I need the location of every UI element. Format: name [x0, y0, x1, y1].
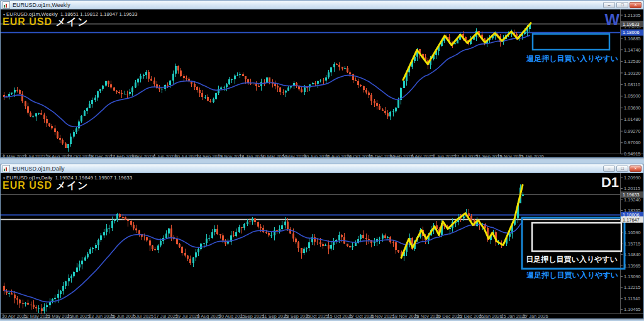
svg-text:3 Jun 2025: 3 Jun 2025	[67, 313, 91, 318]
svg-text:1.20115: 1.20115	[624, 186, 640, 191]
svg-text:1.01480: 1.01480	[624, 116, 641, 122]
svg-text:5 Jan 2026: 5 Jan 2026	[479, 313, 502, 318]
maximize-button[interactable]: □	[616, 2, 628, 8]
symbol-suffix-label: メイン	[55, 180, 88, 191]
svg-text:1.16885: 1.16885	[624, 36, 641, 42]
svg-text:0.94915: 0.94915	[624, 151, 641, 157]
svg-text:1.16590: 1.16590	[624, 230, 641, 235]
svg-text:3 Jul 2022: 3 Jul 2022	[24, 154, 45, 157]
svg-text:9 Feb 2025: 9 Feb 2025	[390, 154, 413, 157]
svg-text:1.19633: 1.19633	[623, 21, 640, 27]
close-button[interactable]: ×	[630, 166, 641, 172]
svg-text:11 Jan 2026: 11 Jan 2026	[519, 154, 544, 157]
annotation-boxes	[533, 34, 609, 50]
svg-text:29 Jul 2025: 29 Jul 2025	[175, 313, 199, 318]
chart-area-daily[interactable]: 30 Apr 202512 May 202522 May 20253 Jun 2…	[1, 173, 643, 318]
svg-text:1.11340: 1.11340	[624, 296, 640, 301]
svg-text:1.10465: 1.10465	[624, 307, 641, 312]
svg-text:9 Apr 2023: 9 Apr 2023	[131, 154, 154, 157]
close-button[interactable]: ×	[630, 2, 641, 8]
candles-layer	[3, 184, 525, 314]
svg-text:1.15715: 1.15715	[624, 241, 641, 247]
chart-window-icon	[3, 1, 10, 9]
svg-text:1.20990: 1.20990	[624, 175, 641, 181]
svg-text:1.10320: 1.10320	[624, 70, 641, 76]
svg-text:0.99270: 0.99270	[624, 128, 641, 134]
daily-chart-canvas[interactable]: 30 Apr 202512 May 202522 May 20253 Jun 2…	[1, 173, 643, 318]
horizontal-lines	[1, 194, 620, 220]
zigzag-line	[403, 23, 531, 80]
svg-text:17 Jul 2025: 17 Jul 2025	[154, 313, 178, 318]
svg-text:27 Jul 2025: 27 Jul 2025	[454, 154, 478, 157]
svg-text:30 Jul 2023: 30 Jul 2023	[175, 154, 199, 157]
window-titlebar[interactable]: EURUSD.oj1m,Weekly – □ ×	[1, 1, 643, 9]
chart-window-icon	[3, 165, 10, 172]
chart-window-daily: EURUSD.oj1m,Daily – □ × 30 Apr 202512 Ma…	[0, 164, 644, 319]
zigzag-line	[401, 185, 523, 258]
svg-text:4 Jun 2023: 4 Jun 2023	[153, 154, 176, 157]
svg-text:6 Apr 2025: 6 Apr 2025	[411, 154, 434, 157]
svg-text:7 Jul 2025: 7 Jul 2025	[132, 313, 153, 318]
svg-text:1.05900: 1.05900	[624, 93, 641, 99]
svg-text:1.03690: 1.03690	[624, 105, 641, 111]
window-title: EURUSD.oj1m,Daily	[13, 166, 603, 172]
weekly-chart-canvas[interactable]: 8 May 20223 Jul 202228 Aug 202223 Oct 20…	[1, 9, 643, 157]
svg-text:1.12530: 1.12530	[624, 59, 641, 64]
minimize-button[interactable]: –	[603, 2, 615, 8]
svg-text:1.12215: 1.12215	[624, 284, 641, 290]
time-axis[interactable]: 8 May 20223 Jul 202228 Aug 202223 Oct 20…	[3, 154, 544, 157]
timeframe-label-weekly: W	[604, 11, 619, 29]
svg-text:8 May 2022: 8 May 2022	[3, 154, 27, 157]
symbol-label: EUR USD	[3, 180, 52, 191]
symbol-watermark: EUR USD メイン	[3, 179, 89, 193]
symbol-watermark: EUR USD メイン	[3, 16, 89, 29]
window-title: EURUSD.oj1m,Weekly	[13, 2, 603, 8]
svg-text:1.19633: 1.19633	[623, 192, 640, 198]
svg-text:8 Aug 2025: 8 Aug 2025	[197, 313, 221, 318]
annotation-weekly-buy-note: 週足押し目買い入りやすい	[526, 54, 618, 64]
svg-text:5 May 2024: 5 May 2024	[282, 154, 307, 157]
svg-text:0.97060: 0.97060	[624, 140, 641, 145]
mt4-workspace: { "workspace": {"background": "#b9d0e6"}…	[0, 0, 644, 321]
svg-text:1.18006: 1.18006	[623, 30, 640, 35]
timeframe-label-daily: D1	[601, 174, 619, 191]
time-axis[interactable]: 30 Apr 202512 May 202522 May 20253 Jun 2…	[2, 313, 548, 318]
annotation-weekly-buy-note: 週足押し目買い入りやすい	[526, 270, 618, 281]
svg-text:1.14740: 1.14740	[624, 47, 641, 53]
svg-text:1 Sep 2025: 1 Sep 2025	[241, 313, 265, 318]
svg-text:6 Nov 2025: 6 Nov 2025	[371, 313, 395, 318]
symbol-label: EUR USD	[3, 16, 52, 27]
svg-text:1.13090: 1.13090	[624, 274, 641, 279]
maximize-button[interactable]: □	[616, 166, 628, 172]
window-controls: – □ ×	[603, 2, 641, 8]
chart-area-weekly[interactable]: 8 May 20223 Jul 202228 Aug 202223 Oct 20…	[1, 9, 643, 157]
svg-text:1.13965: 1.13965	[624, 263, 641, 269]
minimize-button[interactable]: –	[603, 166, 615, 172]
price-label-badges: 1.196331.180061.17647	[621, 191, 643, 223]
svg-text:1.21305: 1.21305	[624, 13, 641, 18]
symbol-suffix-label: メイン	[55, 16, 88, 27]
window-controls: – □ ×	[603, 166, 641, 172]
svg-text:1.14840: 1.14840	[624, 252, 641, 257]
svg-text:3 Oct 2025: 3 Oct 2025	[306, 313, 328, 318]
svg-text:1 Jun 2025: 1 Jun 2025	[433, 154, 456, 157]
window-titlebar[interactable]: EURUSD.oj1m,Daily – □ ×	[1, 164, 643, 173]
svg-text:27 Jan 2026: 27 Jan 2026	[523, 313, 548, 318]
candles-layer	[3, 23, 531, 152]
svg-text:1.17647: 1.17647	[623, 217, 640, 223]
annotation-daily-buy-note: 日足押し目買い入りやすい	[526, 254, 618, 265]
svg-text:1.08110: 1.08110	[624, 82, 640, 87]
chart-window-weekly: EURUSD.oj1m,Weekly – □ × 8 May 20223 Jul…	[0, 0, 644, 158]
